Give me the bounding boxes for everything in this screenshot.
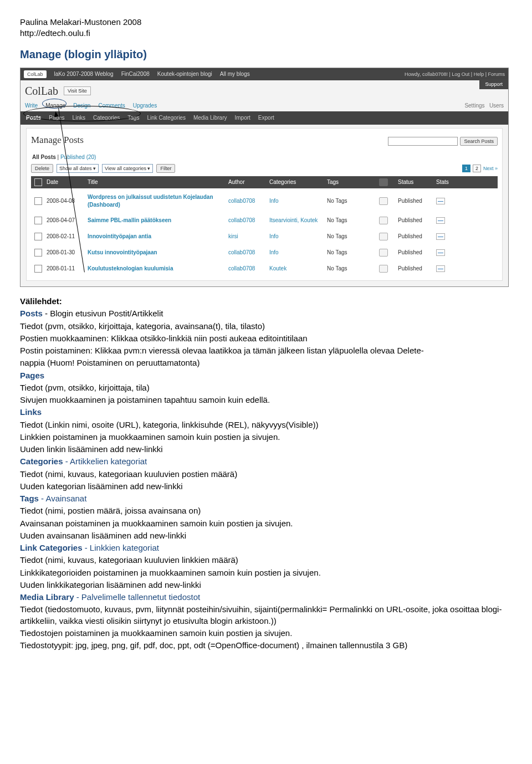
body-text: Uuden linkin lisääminen add new-linkki [20, 444, 512, 455]
support-tab[interactable]: Support [479, 79, 508, 89]
menu-write[interactable]: Write [25, 102, 38, 110]
cell-date: 2008-01-30 [47, 249, 85, 257]
page-2[interactable]: 2 [473, 165, 481, 172]
menu-upgrades[interactable]: Upgrades [133, 102, 157, 110]
body-text: Tiedot (nimi, kuvaus, kategoriaan kuuluv… [20, 469, 512, 480]
th-tags[interactable]: Tags [327, 178, 377, 186]
tab-link-categories[interactable]: Link Categories [147, 114, 185, 122]
tab-import[interactable]: Import [235, 114, 250, 122]
body-text: Postien muokkaaminen: Klikkaa otsikko-li… [20, 333, 512, 344]
filter-all[interactable]: All Posts [32, 154, 56, 160]
tab-media-library[interactable]: Media Library [193, 114, 227, 122]
comment-icon[interactable] [379, 233, 388, 240]
cell-author-link[interactable]: collab0708 [228, 217, 267, 224]
site-brand: ColLab [25, 84, 58, 99]
menu-comments[interactable]: Comments [98, 102, 125, 110]
table-row: 2008-01-11Koulutusteknologian kuulumisia… [31, 262, 498, 276]
tab-links[interactable]: Links [73, 114, 85, 122]
cell-title-link[interactable]: Koulutusteknologian kuulumisia [88, 265, 226, 273]
visit-site-button[interactable]: Visit Site [64, 86, 91, 95]
body-text: Tiedot (pvm, otsikko, kirjoittaja, tila) [20, 382, 512, 393]
cell-title-link[interactable]: Wordpress on julkaissut uudistetun Kojel… [88, 193, 226, 208]
menu-settings[interactable]: Settings [464, 102, 484, 109]
cell-title-link[interactable]: Kutsu innovointityöpajaan [88, 249, 226, 257]
row-checkbox[interactable] [34, 197, 42, 205]
cell-date: 2008-01-11 [47, 265, 85, 273]
body-text: Tiedot (pvm, otsikko, kirjoittaja, kateg… [20, 321, 512, 332]
th-date[interactable]: Date [47, 178, 85, 186]
links-heading: Links [20, 407, 512, 418]
menu-users[interactable]: Users [489, 102, 504, 109]
filter-button[interactable]: Filter [156, 164, 175, 173]
tab-posts[interactable]: Posts [26, 114, 41, 122]
tab-export[interactable]: Export [258, 114, 274, 122]
row-checkbox[interactable] [34, 265, 42, 273]
stats-icon[interactable] [436, 249, 445, 256]
body-text: Sivujen muokkaaminen ja poistaminen tapa… [20, 394, 512, 406]
comment-icon[interactable] [379, 249, 388, 257]
page-1[interactable]: 1 [462, 165, 470, 172]
cell-tags: No Tags [327, 249, 377, 257]
cell-tags: No Tags [327, 265, 377, 273]
stats-icon[interactable] [436, 265, 445, 272]
cell-author-link[interactable]: collab0708 [228, 265, 267, 273]
body-text: Tiedostotyypit: jpg, jpeg, png, gif, pdf… [20, 640, 512, 651]
cell-author-link[interactable]: collab0708 [228, 197, 267, 205]
cell-category-link[interactable]: Info [269, 233, 325, 240]
pages-heading: Pages [20, 370, 512, 381]
cell-status: Published [398, 265, 434, 273]
cell-status: Published [398, 217, 434, 224]
cell-title-link[interactable]: Innovointityöpajan antia [88, 233, 226, 240]
th-comments-icon [379, 178, 396, 186]
cats-select[interactable]: View all categories ▾ [102, 164, 153, 173]
th-author[interactable]: Author [228, 178, 267, 186]
row-checkbox[interactable] [34, 249, 42, 257]
page-next[interactable]: Next » [483, 165, 498, 172]
comment-icon[interactable] [379, 265, 388, 273]
main-menu: Write Manage Design Comments Upgrades Se… [21, 100, 508, 112]
select-all-checkbox[interactable] [34, 178, 42, 186]
annotation-manage-circle [42, 99, 66, 109]
blog-switch-1[interactable]: laKo 2007-2008 Weblog [54, 70, 114, 78]
stats-icon[interactable] [436, 217, 445, 224]
th-categories[interactable]: Categories [269, 178, 325, 186]
cell-category-link[interactable]: Koutek [269, 265, 325, 273]
blog-switch-all[interactable]: All my blogs [220, 70, 250, 78]
blog-switch-3[interactable]: Koutek-opintojen blogi [157, 70, 212, 78]
tab-categories[interactable]: Categories [93, 114, 120, 122]
table-row: 2008-01-30Kutsu innovointityöpajaancolla… [31, 246, 498, 260]
cell-category-link[interactable]: Info [269, 197, 325, 205]
table-header: Date Title Author Categories Tags Status… [31, 176, 498, 188]
blog-switch-2[interactable]: FinCai2008 [121, 70, 150, 78]
body-text: Tiedostojen poistaminen ja muokkaaminen … [20, 628, 512, 639]
body-text: Linkkikategorioiden poistaminen ja muokk… [20, 567, 512, 578]
row-checkbox[interactable] [34, 233, 42, 240]
screenshot: ColLab laKo 2007-2008 Weblog FinCai2008 … [20, 68, 509, 288]
cell-category-link[interactable]: Itsearviointi, Koutek [269, 217, 325, 224]
cell-author-link[interactable]: collab0708 [228, 249, 267, 257]
table-row: 2008-04-08Wordpress on julkaissut uudist… [31, 191, 498, 212]
cell-category-link[interactable]: Info [269, 249, 325, 257]
delete-button[interactable]: Delete [31, 164, 53, 173]
cell-tags: No Tags [327, 217, 377, 224]
comment-icon[interactable] [379, 197, 388, 205]
th-title[interactable]: Title [88, 178, 226, 186]
dates-select[interactable]: Show all dates ▾ [57, 164, 99, 173]
cell-status: Published [398, 233, 434, 240]
tab-tags[interactable]: Tags [127, 114, 139, 122]
th-status[interactable]: Status [398, 178, 434, 186]
app-badge[interactable]: ColLab [24, 70, 47, 78]
th-stats: Stats [436, 178, 458, 186]
tags-heading: Tags - Avainsanat [20, 493, 512, 504]
comment-icon[interactable] [379, 217, 388, 224]
menu-design[interactable]: Design [73, 102, 90, 110]
row-checkbox[interactable] [34, 217, 42, 224]
search-input[interactable] [388, 137, 458, 146]
search-button[interactable]: Search Posts [460, 137, 498, 146]
table-row: 2008-02-11Innovointityöpajan antiakirsiI… [31, 230, 498, 244]
cell-title-link[interactable]: Saimme PBL-mallin päätökseen [88, 217, 226, 224]
cell-author-link[interactable]: kirsi [228, 233, 267, 240]
stats-icon[interactable] [436, 233, 445, 240]
user-links[interactable]: Howdy, collab0708! | Log Out | Help | Fo… [405, 71, 505, 78]
stats-icon[interactable] [436, 198, 445, 204]
